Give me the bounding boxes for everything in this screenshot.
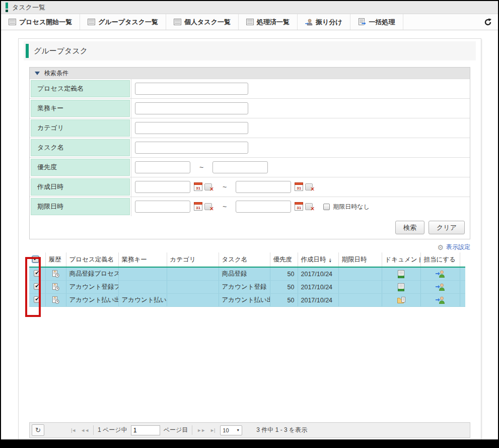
no-deadline-checkbox[interactable] <box>323 204 330 210</box>
search-conditions-toggle[interactable]: 検索条件 <box>30 68 470 79</box>
table-row[interactable]: アカウント登録プ アカウント登録 50 2017/10/24 <box>29 281 465 294</box>
sort-icon[interactable]: ▲▼ <box>329 258 332 263</box>
process-def-input[interactable] <box>135 83 248 95</box>
cell-category <box>167 281 219 294</box>
cell-task-name: 商品登録 <box>219 267 270 281</box>
col-header-business-key[interactable]: 業務キー <box>118 252 167 267</box>
col-header-history[interactable]: 履歴 <box>45 252 66 267</box>
col-header-deadline[interactable]: 期限日時 <box>338 252 382 267</box>
task-list-icon <box>6 3 8 12</box>
refresh-button[interactable] <box>478 14 498 30</box>
col-header-task-name[interactable]: タスク名 <box>219 252 270 267</box>
priority-to-input[interactable] <box>212 161 268 173</box>
toolbar-item-label: 個人タスク一覧 <box>184 18 231 27</box>
document-note-icon[interactable] <box>398 270 404 278</box>
search-conditions-block: 検索条件 プロセス定義名 業務キー カテゴリ タスク名 <box>29 67 470 239</box>
cell-task-name: アカウント登録 <box>219 281 270 294</box>
display-settings-row: ⚙ 表示設定 <box>29 243 470 251</box>
label-category: カテゴリ <box>31 119 130 137</box>
cell-created: 2017/10/24 <box>298 294 338 307</box>
row-checkbox[interactable] <box>34 296 40 303</box>
col-header-created[interactable]: 作成日時 ▲▼ <box>298 252 338 267</box>
assign-user-icon[interactable] <box>436 283 445 291</box>
clear-date-icon[interactable]: ✕ <box>204 203 212 210</box>
history-icon[interactable] <box>52 270 59 278</box>
next-page-icon[interactable]: ►► <box>194 428 207 433</box>
table-row[interactable]: 商品登録プロセス 商品登録 50 2017/10/24 <box>29 267 465 281</box>
calendar-icon[interactable]: 31 <box>194 203 202 211</box>
result-summary: 3 件中 1 - 3 を表示 <box>256 426 307 434</box>
list-icon <box>88 19 95 25</box>
calendar-icon[interactable]: 31 <box>295 203 303 211</box>
clear-date-icon[interactable]: ✕ <box>305 203 313 210</box>
col-header-priority[interactable]: 優先度 <box>270 252 298 267</box>
row-checkbox[interactable] <box>34 270 40 277</box>
toolbar-item-process-start-list[interactable]: プロセス開始一覧 <box>1 14 80 30</box>
toolbar-item-batch-process[interactable]: 一括処理 <box>350 14 403 30</box>
search-actions: 検索 クリア <box>30 216 470 239</box>
toolbar-item-processed-list[interactable]: 処理済一覧 <box>239 14 298 30</box>
clear-date-icon[interactable]: ✕ <box>305 183 313 190</box>
table-row[interactable]: アカウント払い出 アカウント払い出 アカウント払い出 50 2017/10/24 <box>29 294 465 307</box>
assign-user-icon[interactable] <box>436 270 445 278</box>
cell-process-def: アカウント登録プ <box>66 281 118 294</box>
range-tilde: ~ <box>223 203 227 211</box>
form-row-created: 作成日時 31 ✕ ~ 31 ✕ <box>30 177 470 197</box>
heading-accent-bar <box>26 44 29 58</box>
cell-created: 2017/10/24 <box>298 267 338 281</box>
search-button[interactable]: 検索 <box>395 221 424 234</box>
created-to-input[interactable] <box>236 181 291 193</box>
cell-task-name: アカウント払い出 <box>219 294 270 307</box>
priority-from-input[interactable] <box>135 161 190 173</box>
document-note-icon[interactable] <box>398 283 404 291</box>
pager-refresh-button[interactable]: ↻ <box>32 424 44 436</box>
col-header-process-def[interactable]: プロセス定義名 <box>66 252 118 267</box>
clear-date-icon[interactable]: ✕ <box>204 183 212 190</box>
toolbar-item-label: 一括処理 <box>369 18 395 27</box>
business-key-input[interactable] <box>135 102 248 114</box>
app-window: タスク一覧 プロセス開始一覧 グループタスク一覧 個人タスク一覧 処理済一覧 振… <box>0 0 499 448</box>
no-deadline-label: 期限日時なし <box>333 203 370 211</box>
toolbar-item-group-task-list[interactable]: グループタスク一覧 <box>80 14 166 30</box>
toolbar-item-assign[interactable]: 振り分け <box>298 14 350 30</box>
page-number-input[interactable] <box>131 425 160 435</box>
task-name-input[interactable] <box>135 142 248 154</box>
cell-process-def: アカウント払い出 <box>66 294 118 307</box>
history-icon[interactable] <box>52 296 59 304</box>
cell-business-key: アカウント払い出 <box>118 294 167 307</box>
col-header-assign[interactable]: 担当にする <box>420 252 460 267</box>
cell-deadline <box>338 267 382 281</box>
calendar-icon[interactable]: 31 <box>295 183 303 191</box>
assign-user-icon[interactable] <box>436 296 445 304</box>
cell-deadline <box>338 281 382 294</box>
refresh-icon <box>484 18 492 26</box>
history-icon[interactable] <box>52 283 59 291</box>
folder-document-icon[interactable] <box>397 296 405 304</box>
main-content: グループタスク 検索条件 プロセス定義名 業務キー カテゴリ <box>1 30 498 440</box>
gear-icon: ⚙ <box>437 244 444 251</box>
calendar-icon[interactable]: 31 <box>194 183 202 191</box>
select-all-checkbox[interactable] <box>32 256 39 263</box>
row-checkbox[interactable] <box>34 283 40 290</box>
page-size-select[interactable]: 10 ▼ <box>220 425 242 435</box>
batch-process-icon <box>358 18 366 26</box>
panel-heading-text: グループタスク <box>34 46 88 56</box>
deadline-from-input[interactable] <box>135 201 190 213</box>
col-header-category[interactable]: カテゴリ <box>167 252 219 267</box>
display-settings-link[interactable]: 表示設定 <box>446 243 470 251</box>
category-input[interactable] <box>135 122 248 134</box>
last-page-icon[interactable]: ►| <box>207 428 217 433</box>
toolbar-item-personal-task-list[interactable]: 個人タスク一覧 <box>166 14 239 30</box>
created-from-input[interactable] <box>135 181 190 193</box>
label-task-name: タスク名 <box>31 139 130 156</box>
cell-category <box>167 267 219 281</box>
clear-button[interactable]: クリア <box>429 221 465 234</box>
list-icon <box>9 19 16 25</box>
cell-created: 2017/10/24 <box>298 281 338 294</box>
col-header-document[interactable]: ドキュメント <box>382 252 420 267</box>
label-business-key: 業務キー <box>31 100 130 117</box>
first-page-icon[interactable]: |◄ <box>68 428 78 433</box>
col-header-empty <box>460 252 465 267</box>
deadline-to-input[interactable] <box>236 201 291 213</box>
prev-page-icon[interactable]: ◄◄ <box>78 428 91 433</box>
